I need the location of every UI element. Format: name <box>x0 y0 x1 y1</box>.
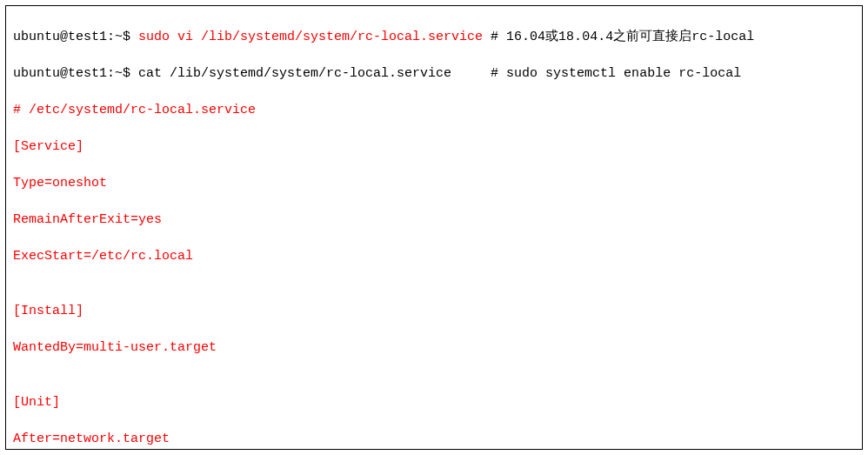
terminal-window: ubuntu@test1:~$ sudo vi /lib/systemd/sys… <box>5 5 863 450</box>
file-line: [Service] <box>13 137 855 156</box>
file-line: [Install] <box>13 302 855 320</box>
file-line: ExecStart=/etc/rc.local <box>13 247 855 265</box>
comment-text: # 16.04或18.04.4之前可直接启rc-local <box>483 30 754 44</box>
cmd-text: cat /lib/systemd/system/rc-local.service… <box>138 66 741 81</box>
prompt: ubuntu@test1:~$ <box>13 30 138 44</box>
cmd-text: sudo vi /lib/systemd/system/rc-local.ser… <box>138 30 483 44</box>
file-line: # /etc/systemd/rc-local.service <box>13 101 855 119</box>
file-line: RemainAfterExit=yes <box>13 211 855 229</box>
file-line: Type=oneshot <box>13 174 855 192</box>
file-line: After=network.target <box>13 430 855 448</box>
prompt: ubuntu@test1:~$ <box>13 66 138 81</box>
file-line: WantedBy=multi-user.target <box>13 338 855 357</box>
cmd-line-2: ubuntu@test1:~$ cat /lib/systemd/system/… <box>13 64 855 83</box>
cmd-line-1: ubuntu@test1:~$ sudo vi /lib/systemd/sys… <box>13 28 855 46</box>
file-line: [Unit] <box>13 393 855 412</box>
